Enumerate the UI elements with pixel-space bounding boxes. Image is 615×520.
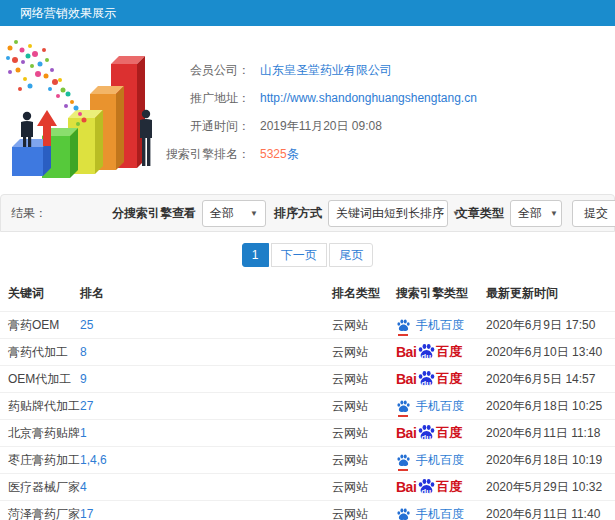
rank-cell: 9 xyxy=(80,366,332,393)
rank-cell: 1 xyxy=(80,420,332,447)
red-underline xyxy=(398,334,408,336)
engine-cell: 手机百度 Bai du 百度 xyxy=(396,420,486,447)
rank-cell: 25 xyxy=(80,312,332,339)
engine-cell: 手机百度 Bai du 百度 xyxy=(396,393,486,420)
baidu-paw-icon: du xyxy=(417,342,436,361)
keyword-cell: 北京膏药贴牌 xyxy=(0,420,80,447)
info-rows: 会员公司： 山东皇圣堂药业有限公司 推广地址： http://www.shand… xyxy=(162,58,477,170)
baidu-bai-text: Bai xyxy=(396,344,416,360)
engine-baidu: Bai du 百度 xyxy=(396,342,486,363)
updated-cell: 2020年5月29日 10:32 xyxy=(486,474,615,501)
mobile-baidu-label: 手机百度 xyxy=(416,506,464,520)
bar-chart-illustration xyxy=(0,34,185,184)
keyword-cell: 膏药代加工 xyxy=(0,339,80,366)
baidu-paw-icon: du xyxy=(417,477,436,496)
rank-value: 17 xyxy=(80,507,93,520)
baidu-paw-icon: du xyxy=(417,369,436,388)
company-link[interactable]: 山东皇圣堂药业有限公司 xyxy=(260,62,392,79)
rank-value: 27 xyxy=(80,399,93,413)
table-header-row: 关键词 排名 排名类型 搜索引擎类型 最新更新时间 xyxy=(0,279,615,312)
submit-button[interactable]: 提交 xyxy=(572,200,615,227)
info-row-url: 推广地址： http://www.shandonghuangshengtang.… xyxy=(162,86,477,110)
chevron-down-icon: ▼ xyxy=(550,209,558,218)
table-row: OEM代加工 9 云网站 手机百度 Bai xyxy=(0,366,615,393)
rank-count-number: 5325 xyxy=(260,147,287,161)
engine-cell: 手机百度 Bai du 百度 xyxy=(396,339,486,366)
last-page-button[interactable]: 尾页 xyxy=(329,243,373,267)
updated-cell: 2020年6月11日 11:18 xyxy=(486,420,615,447)
chevron-down-icon: ▼ xyxy=(250,209,258,218)
pagination: 1 下一页 尾页 xyxy=(0,243,615,267)
rank-cell: 4 xyxy=(80,474,332,501)
rank-type-cell: 云网站 xyxy=(332,339,396,366)
mobile-baidu-paw-icon xyxy=(396,318,411,333)
sort-select[interactable]: 关键词由短到长排序 ▼ xyxy=(328,200,448,227)
open-time-label: 开通时间： xyxy=(162,118,250,135)
mobile-baidu-label: 手机百度 xyxy=(416,398,464,415)
mobile-baidu-label: 手机百度 xyxy=(416,317,464,334)
keyword-cell: OEM代加工 xyxy=(0,366,80,393)
rank-value: 1,4,6 xyxy=(80,453,107,467)
table-row: 医疗器械厂家 4 云网站 手机百度 Bai xyxy=(0,474,615,501)
baidu-bai-text: Bai xyxy=(396,425,416,441)
col-keyword: 关键词 xyxy=(0,279,80,312)
rank-cell: 1,4,6 xyxy=(80,447,332,474)
sort-selected: 关键词由短到长排序 xyxy=(336,205,444,222)
info-section: 会员公司： 山东皇圣堂药业有限公司 推广地址： http://www.shand… xyxy=(0,26,615,194)
engine-baidu: Bai du 百度 xyxy=(396,369,486,390)
next-page-button[interactable]: 下一页 xyxy=(271,243,327,267)
red-underline xyxy=(398,469,408,471)
col-rank-type: 排名类型 xyxy=(332,279,396,312)
promo-url-link[interactable]: http://www.shandonghuangshengtang.cn xyxy=(260,91,477,105)
page-header: 网络营销效果展示 xyxy=(0,0,615,26)
baidu-du-text: du xyxy=(421,379,431,388)
keyword-table: 关键词 排名 排名类型 搜索引擎类型 最新更新时间 膏药OEM 25 云网站 手 xyxy=(0,279,615,520)
url-label: 推广地址： xyxy=(162,90,250,107)
engine-baidu: Bai du 百度 xyxy=(396,423,486,444)
rank-value: 8 xyxy=(80,345,87,359)
article-type-select[interactable]: 全部 ▼ xyxy=(510,200,562,227)
engine-mobile-baidu: 手机百度 xyxy=(396,506,486,520)
rank-cell: 17 xyxy=(80,501,332,520)
table-row: 北京膏药贴牌 1 云网站 手机百度 Bai xyxy=(0,420,615,447)
baidu-cn-text: 百度 xyxy=(436,424,462,442)
page-1-button[interactable]: 1 xyxy=(242,243,269,267)
engine-cell: 手机百度 Bai du 百度 xyxy=(396,447,486,474)
rank-type-cell: 云网站 xyxy=(332,447,396,474)
baidu-bai-text: Bai xyxy=(396,479,416,495)
rank-value: 25 xyxy=(80,318,93,332)
rank-type-cell: 云网站 xyxy=(332,474,396,501)
filter-controls: 分搜索引擎查看 全部 ▼ 排序方式 关键词由短到长排序 ▼ 文章类型 全部 ▼ … xyxy=(104,200,604,227)
rank-cell: 8 xyxy=(80,339,332,366)
updated-cell: 2020年6月18日 10:25 xyxy=(486,393,615,420)
rank-value: 9 xyxy=(80,372,87,386)
open-time-value: 2019年11月20日 09:08 xyxy=(260,118,382,135)
rank-value: 4 xyxy=(80,480,87,494)
info-row-rank-count: 搜索引擎排名： 5325条 xyxy=(162,142,477,166)
keyword-cell: 菏泽膏药厂家 xyxy=(0,501,80,520)
keyword-table-body: 膏药OEM 25 云网站 手机百度 Bai xyxy=(0,312,615,520)
result-label: 结果： xyxy=(11,205,47,222)
rank-type-cell: 云网站 xyxy=(332,312,396,339)
engine-cell: 手机百度 Bai du 百度 xyxy=(396,366,486,393)
engine-mobile-baidu: 手机百度 xyxy=(396,317,486,334)
red-underline xyxy=(398,415,408,417)
mobile-baidu-paw-icon xyxy=(396,399,411,414)
table-row: 膏药OEM 25 云网站 手机百度 Bai xyxy=(0,312,615,339)
keyword-cell: 医疗器械厂家 xyxy=(0,474,80,501)
baidu-paw-icon: du xyxy=(417,423,436,442)
updated-cell: 2020年6月9日 17:50 xyxy=(486,312,615,339)
mobile-baidu-paw-icon xyxy=(396,507,411,520)
table-row: 枣庄膏药加工 1,4,6 云网站 手机百度 Bai xyxy=(0,447,615,474)
table-row: 膏药代加工 8 云网站 手机百度 Bai xyxy=(0,339,615,366)
engine-view-select[interactable]: 全部 ▼ xyxy=(202,200,266,227)
rank-value: 1 xyxy=(80,426,87,440)
page-title: 网络营销效果展示 xyxy=(20,6,116,20)
keyword-cell: 膏药OEM xyxy=(0,312,80,339)
baidu-cn-text: 百度 xyxy=(436,370,462,388)
rank-count-suffix: 条 xyxy=(287,147,299,161)
engine-mobile-baidu: 手机百度 xyxy=(396,452,486,469)
engine-mobile-baidu: 手机百度 xyxy=(396,398,486,415)
keyword-cell: 药贴牌代加工 xyxy=(0,393,80,420)
mobile-baidu-label: 手机百度 xyxy=(416,452,464,469)
